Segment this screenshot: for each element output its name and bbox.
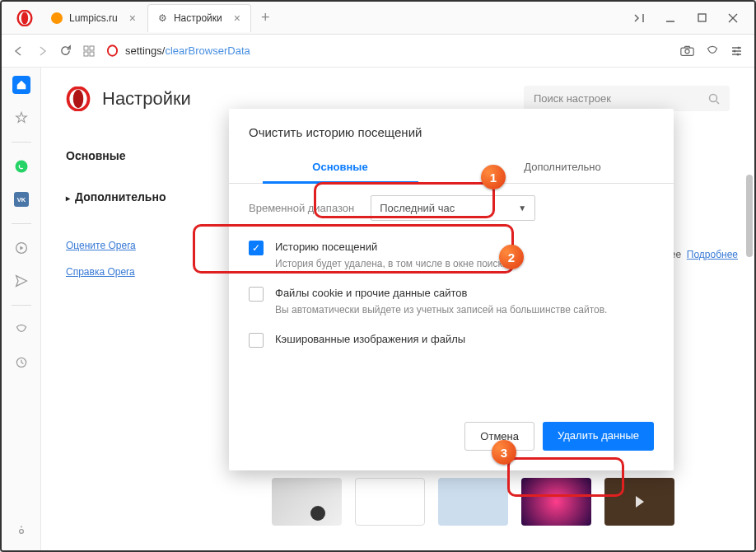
minimize-button[interactable] bbox=[656, 3, 685, 33]
close-icon[interactable]: × bbox=[129, 12, 136, 25]
sidebar-separator bbox=[12, 142, 31, 143]
back-button[interactable] bbox=[13, 45, 25, 57]
titlebar: Lumpics.ru × ⚙ Настройки × + bbox=[2, 2, 754, 35]
badge-2: 2 bbox=[499, 245, 524, 269]
link-rate-opera[interactable]: Оцените Opera bbox=[58, 235, 181, 256]
svg-text:VK: VK bbox=[16, 196, 26, 203]
dialog-tab-basic[interactable]: Основные bbox=[229, 152, 451, 184]
tab-title: Lumpics.ru bbox=[69, 12, 118, 24]
sidebar-bookmarks-icon[interactable] bbox=[12, 109, 30, 127]
dialog-title: Очистить историю посещений bbox=[229, 109, 674, 152]
checkbox[interactable] bbox=[249, 333, 264, 348]
sidebar-whatsapp-icon[interactable] bbox=[12, 157, 30, 175]
svg-rect-3 bbox=[698, 14, 706, 21]
option-title: Кэшированные изображения и файлы bbox=[275, 333, 465, 345]
banner-more-link[interactable]: Подробнее bbox=[687, 249, 738, 260]
address-bar: settings/clearBrowserData bbox=[2, 35, 754, 68]
page-title: Настройки bbox=[102, 88, 191, 110]
time-range-row: Временной диапазон Последний час ▼ bbox=[229, 184, 674, 232]
option-cookies[interactable]: Файлы cookie и прочие данные сайтов Вы а… bbox=[229, 278, 674, 325]
chevron-down-icon: ▼ bbox=[518, 203, 526, 213]
svg-point-22 bbox=[19, 530, 23, 534]
time-range-dropdown[interactable]: Последний час ▼ bbox=[371, 195, 535, 221]
svg-point-14 bbox=[738, 47, 740, 49]
svg-rect-7 bbox=[90, 52, 94, 56]
clear-data-dialog: Очистить историю посещений Основные Допо… bbox=[229, 109, 674, 470]
tile[interactable] bbox=[272, 478, 342, 526]
sidebar-messenger-icon[interactable] bbox=[12, 272, 30, 290]
svg-point-23 bbox=[21, 526, 22, 527]
dialog-tabs: Основные Дополнительно bbox=[229, 152, 674, 184]
settings-nav: Основные Дополнительно Оцените Opera Спр… bbox=[58, 126, 181, 283]
svg-point-17 bbox=[15, 161, 27, 173]
speed-dial-button[interactable] bbox=[83, 45, 95, 57]
svg-point-10 bbox=[685, 49, 689, 54]
opera-logo-icon bbox=[66, 87, 91, 111]
sidebar-history-icon[interactable] bbox=[12, 353, 30, 372]
option-title: Историю посещений bbox=[275, 241, 508, 253]
svg-point-1 bbox=[21, 12, 28, 24]
bookmark-button[interactable] bbox=[706, 44, 719, 58]
checkbox[interactable] bbox=[249, 287, 264, 302]
sidebar-pinboards-icon[interactable] bbox=[12, 320, 30, 339]
tile[interactable] bbox=[355, 478, 425, 526]
delete-data-button[interactable]: Удалить данные bbox=[543, 422, 654, 451]
maximize-button[interactable] bbox=[687, 3, 716, 33]
scrollbar[interactable] bbox=[746, 175, 753, 257]
forward-button[interactable] bbox=[36, 45, 48, 57]
reload-button[interactable] bbox=[59, 44, 72, 57]
close-button[interactable] bbox=[718, 3, 748, 33]
settings-search-input[interactable]: Поиск настроек bbox=[524, 86, 730, 111]
tab-title: Настройки bbox=[174, 12, 222, 24]
time-range-label: Временной диапазон bbox=[249, 202, 354, 214]
svg-point-16 bbox=[737, 54, 740, 56]
sidebar: VK bbox=[2, 68, 41, 550]
easy-setup-button[interactable] bbox=[730, 44, 743, 57]
sidebar-vk-icon[interactable]: VK bbox=[12, 190, 30, 208]
nav-advanced[interactable]: Дополнительно bbox=[58, 184, 181, 210]
tile[interactable] bbox=[521, 478, 591, 526]
snapshot-button[interactable] bbox=[680, 44, 694, 57]
svg-line-27 bbox=[716, 101, 719, 104]
option-browsing-history[interactable]: ✓ Историю посещений История будет удален… bbox=[229, 232, 674, 278]
svg-point-26 bbox=[710, 94, 717, 101]
option-title: Файлы cookie и прочие данные сайтов bbox=[275, 287, 607, 299]
option-cache[interactable]: Кэшированные изображения и файлы bbox=[229, 325, 674, 356]
search-placeholder: Поиск настроек bbox=[534, 92, 611, 105]
url-field[interactable]: settings/clearBrowserData bbox=[106, 44, 669, 57]
tile[interactable] bbox=[438, 478, 508, 526]
link-help-opera[interactable]: Справка Opera bbox=[58, 261, 181, 283]
badge-1: 1 bbox=[481, 165, 506, 189]
tab-lumpics[interactable]: Lumpics.ru × bbox=[41, 4, 146, 32]
favicon-icon bbox=[51, 12, 63, 24]
search-icon bbox=[708, 93, 720, 105]
collapse-sidebar-button[interactable] bbox=[624, 3, 654, 33]
dropdown-value: Последний час bbox=[380, 202, 455, 214]
window-controls bbox=[624, 3, 748, 33]
opera-window: Lumpics.ru × ⚙ Настройки × + settings/cl… bbox=[0, 0, 756, 552]
option-desc: Вы автоматически выйдете из учетных запи… bbox=[275, 304, 607, 316]
tab-settings[interactable]: ⚙ Настройки × bbox=[147, 4, 251, 32]
sidebar-settings-icon[interactable] bbox=[12, 522, 30, 540]
tile[interactable] bbox=[604, 478, 674, 526]
svg-point-15 bbox=[734, 50, 736, 53]
dialog-actions: Отмена Удалить данные bbox=[229, 356, 674, 457]
url-path: clearBrowserData bbox=[165, 44, 250, 57]
new-tab-button[interactable]: + bbox=[253, 9, 278, 26]
speed-dial-tiles bbox=[272, 478, 738, 526]
nav-basic[interactable]: Основные bbox=[58, 143, 181, 169]
sidebar-player-icon[interactable] bbox=[12, 239, 30, 257]
badge-3: 3 bbox=[492, 440, 516, 465]
settings-page: Настройки Поиск настроек Основные Дополн… bbox=[41, 68, 754, 550]
checkbox[interactable]: ✓ bbox=[249, 241, 264, 255]
sidebar-separator bbox=[12, 223, 31, 224]
close-icon[interactable]: × bbox=[234, 12, 240, 25]
svg-rect-5 bbox=[90, 46, 94, 50]
sidebar-home-icon[interactable] bbox=[12, 76, 30, 94]
svg-point-25 bbox=[73, 89, 84, 108]
opera-logo-icon bbox=[16, 10, 33, 26]
main: VK Настройки Поиск настроек Основные bbox=[2, 68, 754, 550]
gear-icon: ⚙ bbox=[158, 12, 167, 24]
svg-rect-6 bbox=[84, 52, 88, 56]
svg-point-8 bbox=[108, 45, 117, 56]
